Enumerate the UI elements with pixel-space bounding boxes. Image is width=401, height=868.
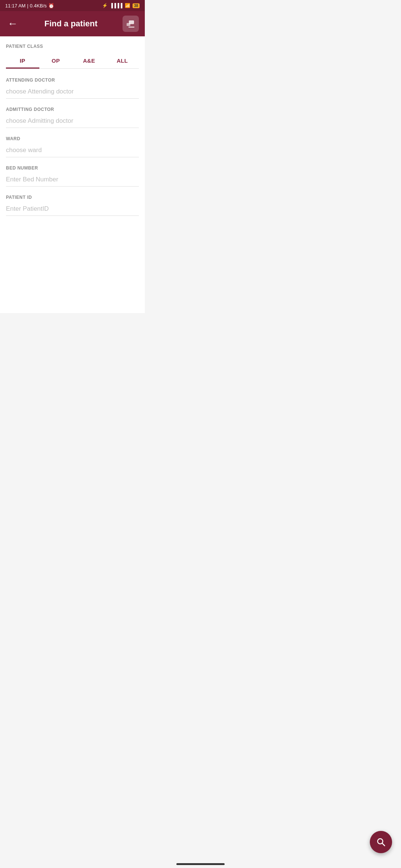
bed-number-label: BED NUMBER [6, 165, 139, 171]
tab-ip[interactable]: IP [6, 54, 39, 69]
ward-group: WARD [6, 136, 139, 157]
status-bar-left: 11:17 AM | 0.4KB/s ⏰ [5, 3, 54, 9]
eraser-icon [126, 19, 136, 29]
network-speed-value: 0.4KB/s [30, 3, 47, 9]
patient-id-group: PATIENT ID [6, 195, 139, 216]
content: PATIENT CLASS IP OP A&E ALL ATTENDING DO… [0, 36, 145, 313]
alarm-icon: ⏰ [48, 3, 54, 9]
bed-number-group: BED NUMBER [6, 165, 139, 187]
attending-doctor-group: ATTENDING DOCTOR [6, 78, 139, 99]
signal-icon: ▐▐▐▐ [110, 3, 123, 8]
tab-op[interactable]: OP [39, 54, 73, 69]
page-title: Find a patient [19, 19, 123, 29]
tab-ae[interactable]: A&E [72, 54, 106, 69]
network-speed: | [27, 3, 28, 9]
bed-number-input[interactable] [6, 173, 139, 187]
admitting-doctor-group: ADMITTING DOCTOR [6, 107, 139, 128]
time: 11:17 AM [5, 3, 26, 9]
status-bar-right: ⚡ ▐▐▐▐ 📶 38 [102, 3, 140, 8]
clear-button[interactable] [123, 16, 139, 32]
admitting-doctor-label: ADMITTING DOCTOR [6, 107, 139, 112]
attending-doctor-input[interactable] [6, 85, 139, 99]
battery-icon: 38 [133, 3, 140, 8]
back-button[interactable]: ← [6, 19, 19, 29]
header: ← Find a patient [0, 11, 145, 36]
status-bar: 11:17 AM | 0.4KB/s ⏰ ⚡ ▐▐▐▐ 📶 38 [0, 0, 145, 11]
ward-input[interactable] [6, 144, 139, 157]
back-arrow-icon: ← [7, 18, 18, 29]
attending-doctor-label: ATTENDING DOCTOR [6, 78, 139, 83]
patient-id-input[interactable] [6, 202, 139, 216]
ward-label: WARD [6, 136, 139, 141]
patient-id-label: PATIENT ID [6, 195, 139, 200]
wifi-icon: 📶 [125, 3, 130, 8]
bluetooth-icon: ⚡ [102, 3, 108, 8]
svg-rect-1 [127, 23, 130, 26]
patient-class-tabs: IP OP A&E ALL [6, 53, 139, 69]
tab-all[interactable]: ALL [106, 54, 139, 69]
patient-class-label: PATIENT CLASS [6, 44, 139, 49]
patient-class-section: PATIENT CLASS IP OP A&E ALL [6, 44, 139, 69]
admitting-doctor-input[interactable] [6, 114, 139, 128]
